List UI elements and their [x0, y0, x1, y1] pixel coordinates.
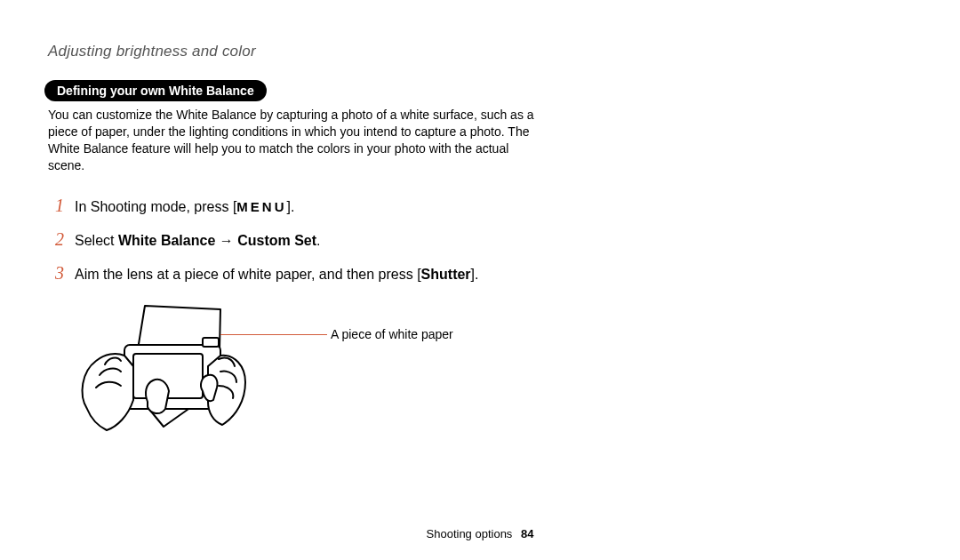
footer-page-number: 84: [521, 527, 533, 540]
footer-section: Shooting options: [427, 527, 513, 540]
section-title-pill: Defining your own White Balance: [44, 80, 267, 101]
text: →: [215, 233, 237, 248]
step-1: 1 In Shooting mode, press [MENU].: [48, 188, 617, 222]
text: .: [316, 233, 320, 248]
text: ].: [471, 267, 479, 282]
step-2: 2 Select White Balance → Custom Set.: [48, 222, 617, 256]
text: Select: [75, 233, 118, 248]
step-3: 3 Aim the lens at a piece of white paper…: [48, 256, 617, 290]
bold-text: White Balance: [118, 233, 215, 248]
menu-label: MENU: [236, 199, 286, 214]
svg-rect-2: [203, 338, 219, 347]
step-number: 1: [48, 188, 64, 222]
page-footer: Shooting options 84: [0, 527, 960, 540]
step-body: In Shooting mode, press [MENU].: [75, 194, 294, 220]
text: ].: [287, 199, 295, 214]
running-head: Adjusting brightness and color: [48, 43, 912, 60]
step-number: 3: [48, 256, 64, 290]
bold-text: Custom Set: [237, 233, 316, 248]
text: Aim the lens at a piece of white paper, …: [75, 267, 421, 282]
step-body: Select White Balance → Custom Set.: [75, 228, 321, 254]
bold-text: Shutter: [421, 267, 471, 282]
callout-line: [220, 334, 327, 335]
step-body: Aim the lens at a piece of white paper, …: [75, 261, 478, 288]
callout-label: A piece of white paper: [331, 327, 453, 341]
step-number: 2: [48, 222, 64, 256]
section-description: You can customize the White Balance by c…: [48, 107, 546, 174]
camera-hands-illustration: [69, 302, 247, 444]
figure: A piece of white paper: [69, 302, 567, 453]
step-list: 1 In Shooting mode, press [MENU]. 2 Sele…: [48, 188, 617, 290]
text: In Shooting mode, press [: [75, 199, 236, 214]
